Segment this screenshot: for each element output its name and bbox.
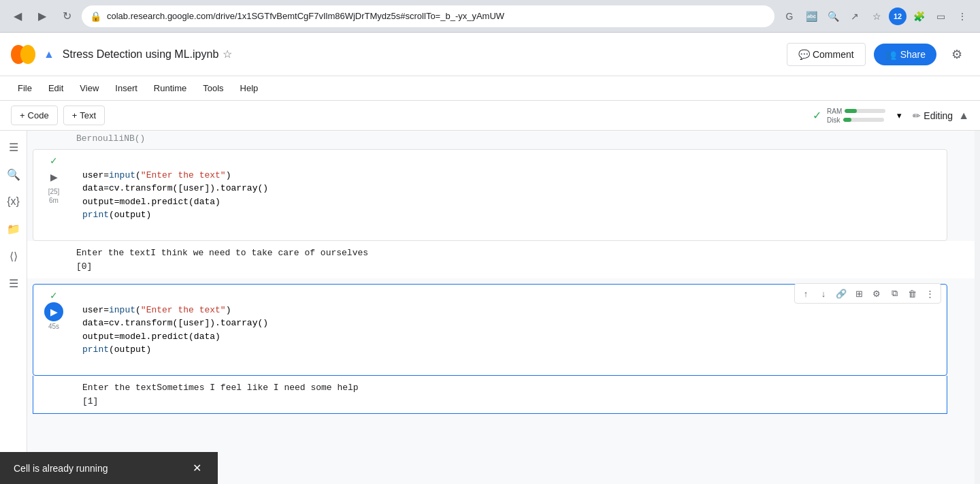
snackbar-message: Cell is already running	[14, 463, 108, 474]
sidebar-files-icon[interactable]: 📁	[3, 218, 24, 240]
address-bar[interactable]: 🔒 colab.research.google.com/drive/1x1SGT…	[82, 5, 774, 27]
menu-runtime[interactable]: Runtime	[147, 80, 193, 96]
logo-circle-yellow	[20, 45, 35, 64]
disk-progress	[843, 118, 884, 122]
browser-menu-icon[interactable]: ⋮	[953, 7, 972, 26]
comment-button[interactable]: 💬 Comment	[787, 43, 866, 66]
cell-25-check: ✓	[50, 155, 58, 166]
sidebar-search-icon[interactable]: 🔍	[3, 163, 24, 185]
cell-toolbar: ↑ ↓ 🔗 ⊞ ⚙ ⧉ 🗑 ⋮	[794, 283, 941, 304]
ram-label: RAM	[827, 108, 842, 115]
share-label: Share	[900, 49, 926, 60]
ram-disk-indicator: RAM Disk	[827, 108, 885, 124]
disk-fill	[843, 118, 851, 122]
c25-l1-user: user=	[82, 170, 109, 180]
comment-label: Comment	[813, 49, 854, 60]
sidebar-menu-icon[interactable]: ☰	[3, 136, 24, 158]
menu-help[interactable]: Help	[233, 80, 265, 96]
more-button[interactable]: ⋮	[921, 285, 938, 302]
snackbar: Cell is already running ✕	[0, 452, 218, 484]
plus-code-icon: +	[20, 110, 25, 120]
profile-avatar[interactable]: 12	[889, 7, 906, 25]
cell-25-number: [25]	[48, 188, 60, 195]
main-layout: ☰ 🔍 {x} 📁 ⟨⟩ ☰ BernoulliNB() ✓ ▶ [25] 6m…	[0, 131, 980, 484]
sidebar-code-icon[interactable]: ⟨⟩	[3, 245, 24, 267]
back-button[interactable]: ◀	[8, 7, 27, 26]
cell-running-time: 45s	[48, 323, 59, 330]
add-code-button[interactable]: + Code	[11, 106, 58, 125]
toolbar-right: ✓ RAM Disk ▾ ✏ Editing ▲	[813, 108, 969, 124]
settings-button[interactable]: ⚙	[945, 42, 969, 67]
snackbar-close-button[interactable]: ✕	[190, 462, 204, 474]
header-right: 💬 Comment 👥 Share ⚙	[787, 42, 969, 67]
c25-l1-paren2: )	[226, 170, 231, 180]
cr-l1-paren2: )	[226, 305, 231, 315]
c25-l3: output=model.predict(data)	[82, 197, 220, 207]
star-icon[interactable]: ☆	[223, 48, 232, 61]
cell-25-body: user=input("Enter the text") data=cv.tra…	[74, 150, 947, 240]
share-people-icon: 👥	[885, 49, 896, 60]
cell-25-time: 6m	[49, 197, 59, 204]
cell-25-output: Enter the textI think we need to take ca…	[27, 241, 975, 278]
editing-label: Editing	[924, 110, 953, 121]
left-sidebar: ☰ 🔍 {x} 📁 ⟨⟩ ☰	[0, 131, 27, 484]
cr-l3: output=model.predict(data)	[82, 332, 220, 342]
cell-running-check: ✓	[50, 290, 58, 301]
notebook-scroll[interactable]: BernoulliNB() ✓ ▶ [25] 6m user=input("En…	[27, 131, 975, 484]
browser-chrome: ◀ ▶ ↻ 🔒 colab.research.google.com/drive/…	[0, 0, 980, 33]
cell-running: ↑ ↓ 🔗 ⊞ ⚙ ⧉ 🗑 ⋮ ✓ ▶ 45s user=input("Ente…	[33, 284, 947, 376]
colab-logo	[11, 45, 35, 64]
cr-l4-arg: (output)	[109, 344, 151, 355]
editing-label-container: ✏ Editing	[913, 110, 953, 121]
sidebar-variables-icon[interactable]: {x}	[3, 191, 24, 212]
cell-running-output: Enter the textSometimes I feel like I ne…	[33, 376, 947, 414]
translate-icon[interactable]: 🔤	[802, 7, 821, 26]
connected-checkmark-icon: ✓	[813, 109, 821, 122]
add-text-label: Text	[80, 110, 96, 120]
ram-disk-dropdown-button[interactable]: ▾	[891, 108, 907, 124]
plus-text-icon: +	[72, 110, 78, 120]
menu-file[interactable]: File	[11, 80, 39, 96]
gear-button[interactable]: ⚙	[868, 285, 885, 302]
cell-running-gutter: ✓ ▶ 45s	[33, 285, 74, 375]
cr-l1-paren1: (	[135, 305, 141, 315]
move-down-button[interactable]: ↓	[815, 285, 832, 302]
url-text: colab.research.google.com/drive/1x1SGTfv…	[107, 11, 766, 21]
c25-l4-print: print	[82, 210, 109, 220]
move-up-button[interactable]: ↑	[798, 285, 814, 302]
cell-25-code[interactable]: user=input("Enter the text") data=cv.tra…	[82, 155, 938, 235]
sidebar-terminal-icon[interactable]: ☰	[3, 272, 24, 294]
ram-fill	[845, 109, 857, 113]
right-scrollbar[interactable]	[975, 131, 980, 484]
link-button[interactable]: 🔗	[833, 285, 849, 302]
search-icon[interactable]: 🔍	[823, 7, 843, 26]
pencil-icon: ✏	[913, 110, 921, 121]
menu-insert[interactable]: Insert	[108, 80, 144, 96]
extension-icon[interactable]: 🧩	[909, 7, 928, 26]
fragment-content: BernoulliNB()	[76, 133, 145, 144]
collapse-button[interactable]: ▲	[958, 110, 969, 122]
cr-l1-input: input	[109, 305, 135, 315]
bookmark-icon[interactable]: ☆	[867, 7, 886, 26]
browser-icons: G 🔤 🔍 ↗ ☆ 12 🧩 ▭ ⋮	[780, 7, 972, 26]
menu-tools[interactable]: Tools	[196, 80, 230, 96]
refresh-button[interactable]: ↻	[57, 7, 76, 26]
share-ext-icon[interactable]: ↗	[845, 7, 864, 26]
delete-button[interactable]: 🗑	[904, 285, 920, 302]
table-button[interactable]: ⊞	[851, 285, 867, 302]
cell-25-gutter: ✓ ▶ [25] 6m	[33, 150, 74, 240]
copy-button[interactable]: ⧉	[886, 285, 902, 302]
add-text-button[interactable]: + Text	[63, 106, 105, 125]
menu-edit[interactable]: Edit	[42, 80, 70, 96]
cr-l4-print: print	[82, 344, 109, 355]
share-button[interactable]: 👥 Share	[874, 44, 936, 65]
cell-25: ✓ ▶ [25] 6m user=input("Enter the text")…	[33, 149, 947, 241]
cell-running-run-button[interactable]: ▶	[44, 302, 63, 321]
cell-25-run-button[interactable]: ▶	[44, 167, 63, 187]
menu-bar: File Edit View Insert Runtime Tools Help	[0, 76, 980, 101]
c25-l1-str: "Enter the text"	[141, 170, 226, 180]
google-icon[interactable]: G	[780, 7, 799, 26]
sidebar-toggle-icon[interactable]: ▭	[931, 7, 950, 26]
menu-view[interactable]: View	[73, 80, 105, 96]
forward-button[interactable]: ▶	[33, 7, 52, 26]
